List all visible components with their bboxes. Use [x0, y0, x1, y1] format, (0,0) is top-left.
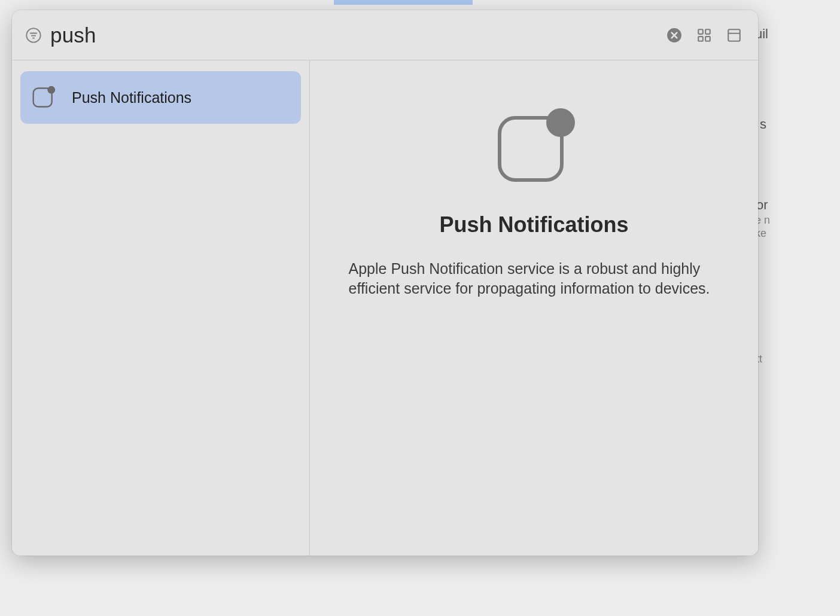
- capability-title: Push Notifications: [439, 212, 628, 237]
- grid-view-icon[interactable]: [696, 27, 713, 44]
- capability-sidebar: Push Notifications: [12, 60, 310, 556]
- svg-rect-8: [705, 36, 710, 41]
- header-right-controls: [666, 27, 742, 44]
- svg-point-14: [546, 108, 575, 137]
- svg-rect-9: [728, 29, 740, 41]
- capability-library-popover: Push Notifications Push Notifications Ap…: [12, 10, 758, 556]
- svg-point-12: [47, 86, 55, 94]
- sidebar-item-push-notifications[interactable]: Push Notifications: [20, 71, 301, 124]
- search-input[interactable]: [50, 23, 658, 47]
- filter-icon[interactable]: [25, 27, 42, 44]
- push-notification-icon: [31, 85, 56, 110]
- capability-detail-pane: Push Notifications Apple Push Notificati…: [310, 60, 758, 556]
- svg-rect-7: [698, 36, 703, 41]
- capability-description: Apple Push Notification service is a rob…: [349, 259, 720, 298]
- background-text-fragment: s: [760, 117, 766, 132]
- clear-search-icon[interactable]: [666, 27, 683, 44]
- column-view-icon[interactable]: [726, 27, 742, 44]
- sidebar-item-label: Push Notifications: [72, 89, 191, 106]
- push-notification-large-icon: [492, 105, 576, 188]
- background-tab-highlight: [334, 0, 473, 5]
- popover-header: [12, 10, 758, 60]
- svg-rect-6: [705, 29, 710, 34]
- svg-rect-5: [698, 29, 703, 34]
- popover-body: Push Notifications Push Notifications Ap…: [12, 60, 758, 556]
